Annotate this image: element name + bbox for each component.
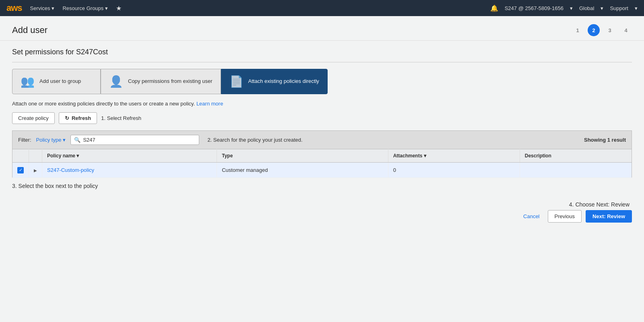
create-policy-button[interactable]: Create policy <box>12 112 55 124</box>
filter-label: Filter: <box>18 137 31 143</box>
hint-3-text: 3. Select the box next to the policy <box>12 183 632 189</box>
search-wrapper: 🔍 <box>70 135 199 145</box>
permission-options: 👥 Add user to group 👤 Copy permissions f… <box>12 69 632 94</box>
account-chevron-icon: ▾ <box>570 5 573 11</box>
policy-name-header[interactable]: Policy name ▾ <box>42 149 217 163</box>
checkbox-col-header <box>12 149 29 163</box>
group-icon: 👥 <box>21 75 35 88</box>
user-icon: 👤 <box>109 75 123 88</box>
policy-attachments-cell: 0 <box>388 163 520 178</box>
table-row: ✓ ▶ S247-Custom-policy Customer managed … <box>12 163 632 178</box>
set-permissions-title: Set permissions for S247Cost <box>12 48 632 56</box>
notification-bell-icon[interactable]: 🔔 <box>490 4 498 12</box>
hint-2-text: 2. Search for the policy your just creat… <box>207 137 302 143</box>
policy-name-cell: S247-Custom-policy <box>42 163 217 178</box>
checked-checkbox[interactable]: ✓ <box>17 167 24 173</box>
step-4: 4 <box>620 24 632 36</box>
description-header: Description <box>520 149 632 163</box>
sub-header: Set permissions for S247Cost 👥 Add user … <box>0 41 644 94</box>
region-label[interactable]: Global <box>579 5 594 11</box>
policy-type-chevron-icon: ▾ <box>63 137 66 143</box>
refresh-icon: ↻ <box>65 115 69 121</box>
support-chevron-icon: ▾ <box>635 5 638 11</box>
policy-type-cell: Customer managed <box>217 163 388 178</box>
sort-icon: ▾ <box>76 153 79 159</box>
aws-logo: aws <box>6 3 22 13</box>
services-label: Services <box>30 5 50 11</box>
cancel-button[interactable]: Cancel <box>519 211 543 222</box>
attachments-sort-icon: ▾ <box>424 153 426 159</box>
learn-more-link[interactable]: Learn more <box>196 101 223 107</box>
choose-next-hint: 4. Choose Next: Review <box>569 201 630 208</box>
step-indicators: 1 2 3 4 <box>572 24 632 36</box>
resource-groups-nav[interactable]: Resource Groups ▾ <box>62 5 108 11</box>
table-header-row: Policy name ▾ Type Attachments ▾ Descrip… <box>12 149 632 163</box>
add-user-group-option[interactable]: 👥 Add user to group <box>12 69 101 94</box>
document-icon: 📄 <box>229 75 244 88</box>
next-review-button[interactable]: Next: Review <box>586 210 632 223</box>
policy-table: Policy name ▾ Type Attachments ▾ Descrip… <box>12 149 632 178</box>
policy-description-cell <box>520 163 632 178</box>
type-header: Type <box>217 149 388 163</box>
showing-results-text: Showing 1 result <box>584 137 626 143</box>
step-3: 3 <box>604 24 616 36</box>
page-header: Add user 1 2 3 4 <box>0 16 644 41</box>
search-input[interactable] <box>83 137 196 143</box>
hint-1-text: 1. Select Refresh <box>101 115 141 121</box>
content-area: Attach one or more existing policies dir… <box>0 101 644 189</box>
resource-groups-chevron-icon: ▾ <box>105 5 108 11</box>
policy-name-link[interactable]: S247-Custom-policy <box>47 167 94 173</box>
resource-groups-label: Resource Groups <box>62 5 103 11</box>
expand-col-header <box>29 149 42 163</box>
step-1: 1 <box>572 24 584 36</box>
filter-row: Filter: Policy type ▾ 🔍 2. Search for th… <box>12 130 632 149</box>
search-icon: 🔍 <box>74 137 80 143</box>
main-content: Set permissions for S247Cost 👥 Add user … <box>0 41 644 322</box>
copy-permissions-option[interactable]: 👤 Copy permissions from existing user <box>101 69 221 94</box>
support-label[interactable]: Support <box>610 5 628 11</box>
step-2: 2 <box>588 24 600 36</box>
toolbar: Create policy ↻ Refresh 1. Select Refres… <box>12 112 632 124</box>
page-title: Add user <box>12 25 47 35</box>
services-chevron-icon: ▾ <box>52 5 54 11</box>
refresh-button[interactable]: ↻ Refresh <box>59 112 97 124</box>
copy-permissions-label: Copy permissions from existing user <box>128 78 213 85</box>
top-navigation: aws Services ▾ Resource Groups ▾ ★ 🔔 S24… <box>0 0 644 16</box>
expand-arrow-icon[interactable]: ▶ <box>34 168 37 173</box>
attach-policies-label: Attach existing policies directly <box>248 78 319 85</box>
policy-type-filter[interactable]: Policy type ▾ <box>36 137 66 143</box>
row-expand-cell[interactable]: ▶ <box>29 163 42 178</box>
services-nav[interactable]: Services ▾ <box>30 5 55 11</box>
row-checkbox-cell[interactable]: ✓ <box>12 163 29 178</box>
region-chevron-icon: ▾ <box>601 5 603 11</box>
account-label[interactable]: S247 @ 2567-5809-1656 <box>505 5 564 11</box>
attachments-header[interactable]: Attachments ▾ <box>388 149 520 163</box>
info-text: Attach one or more existing policies dir… <box>12 101 632 107</box>
add-user-group-label: Add user to group <box>39 78 81 85</box>
previous-button[interactable]: Previous <box>548 210 582 223</box>
favorites-star-icon[interactable]: ★ <box>116 4 122 12</box>
attach-policies-option[interactable]: 📄 Attach existing policies directly <box>221 69 328 94</box>
title-divider <box>12 62 632 62</box>
